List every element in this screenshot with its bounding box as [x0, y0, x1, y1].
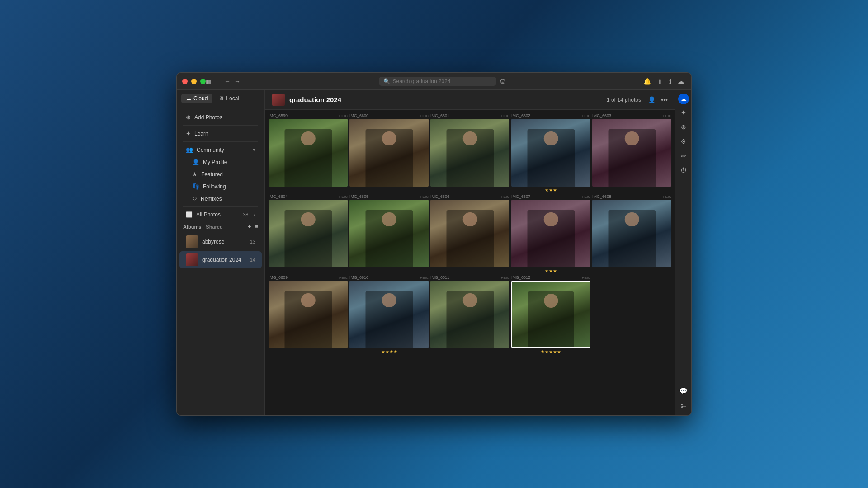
- share-icon[interactable]: ⬆: [657, 78, 663, 85]
- search-input[interactable]: [393, 78, 492, 84]
- maximize-button[interactable]: [200, 79, 206, 84]
- rt-enhance-icon[interactable]: ✦: [677, 106, 690, 119]
- close-button[interactable]: [182, 79, 188, 84]
- content-area: graduation 2024 1 of 14 photos: 👤 ••• IM…: [265, 90, 675, 415]
- format-6612: HEIC: [582, 276, 590, 280]
- sidebar-item-community[interactable]: 👥 Community ▾: [179, 144, 262, 155]
- graduation-name: graduation 2024: [202, 257, 241, 263]
- rt-tag-icon[interactable]: 🏷: [677, 399, 690, 412]
- photo-cell-img6600[interactable]: IMG_6600 HEIC: [349, 113, 429, 192]
- album-title: graduation 2024: [289, 96, 341, 103]
- nav-arrows: ← →: [224, 78, 241, 85]
- titlebar-icons: 🔔 ⬆ ℹ ☁: [643, 78, 684, 85]
- photo-img-6604: [269, 200, 348, 267]
- photo-img-6612: [511, 281, 590, 348]
- rt-clock-icon[interactable]: ⏱: [677, 164, 690, 177]
- divider-1: [183, 109, 258, 109]
- photo-cell-img6610[interactable]: IMG_6610 HEIC ★★★★: [349, 275, 429, 354]
- sidebar-item-add-photos[interactable]: ⊕ Add Photos: [179, 112, 262, 123]
- sidebar-item-my-profile[interactable]: 👤 My Profile: [179, 156, 262, 168]
- shared-label: Shared: [206, 224, 222, 230]
- filter-icon[interactable]: ⛁: [500, 78, 505, 85]
- sidebar-item-all-photos[interactable]: ⬜ All Photos 38 ‹: [179, 209, 262, 220]
- photo-count: 1 of 14 photos:: [607, 97, 642, 103]
- photo-cell-img6606[interactable]: IMG_6606 HEIC: [430, 194, 509, 273]
- photo-cell-img6601[interactable]: IMG_6601 HEIC: [430, 113, 509, 192]
- add-album-icon[interactable]: +: [248, 223, 251, 230]
- rt-cloud-icon[interactable]: ☁: [678, 94, 689, 104]
- format-6605: HEIC: [420, 195, 429, 199]
- person-search-icon[interactable]: 👤: [648, 96, 656, 103]
- community-label: Community: [197, 147, 224, 153]
- photo-img-6599: [269, 119, 348, 187]
- filename-6599: IMG_6599: [269, 113, 288, 118]
- search-bar[interactable]: 🔍: [379, 77, 496, 86]
- abbyrose-name: abbyrose: [202, 239, 224, 245]
- filename-6611: IMG_6611: [430, 275, 449, 280]
- stars-6602: ★★★: [511, 188, 590, 192]
- following-icon: 👣: [192, 183, 199, 190]
- albums-label: Albums: [183, 224, 201, 230]
- rt-comment-icon[interactable]: 💬: [677, 385, 690, 397]
- format-6607: HEIC: [582, 195, 590, 199]
- photo-cell-img6611[interactable]: IMG_6611 HEIC: [430, 275, 509, 354]
- sort-albums-icon[interactable]: ≡: [255, 223, 258, 230]
- sidebar-item-graduation-2024[interactable]: graduation 2024 14: [179, 251, 262, 268]
- photo-cell-img6608[interactable]: IMG_6608 HEIC: [592, 194, 671, 273]
- photo-img-6600: [349, 119, 429, 187]
- featured-label: Featured: [201, 171, 223, 178]
- rt-settings-icon[interactable]: ⚙: [677, 135, 690, 148]
- photo-cell-img6599[interactable]: IMG_6599 HEIC: [269, 113, 348, 192]
- local-button[interactable]: 🖥 Local: [214, 94, 244, 103]
- back-button[interactable]: ←: [224, 78, 231, 85]
- photo-cell-img6609[interactable]: IMG_6609 HEIC: [269, 275, 348, 354]
- content-header-right: 1 of 14 photos: 👤 •••: [607, 96, 668, 103]
- photo-img-6605: [349, 200, 429, 267]
- photo-grid: IMG_6599 HEIC IMG_6600 HEIC: [265, 110, 675, 415]
- forward-button[interactable]: →: [234, 78, 241, 85]
- window-controls: [182, 79, 206, 84]
- photo-cell-img6607[interactable]: IMG_6607 HEIC ★★★: [511, 194, 590, 273]
- photo-cell-img6605[interactable]: IMG_6605 HEIC: [349, 194, 429, 273]
- sidebar-item-remixes[interactable]: ↻ Remixes: [179, 193, 262, 204]
- info-icon[interactable]: ℹ: [669, 78, 671, 85]
- photo-img-6603: [592, 119, 671, 187]
- profile-icon: 👤: [192, 159, 199, 165]
- sidebar-item-following[interactable]: 👣 Following: [179, 181, 262, 192]
- sidebar-toggle-icon[interactable]: ▦: [206, 78, 212, 85]
- sidebar-item-featured[interactable]: ★ Featured: [179, 169, 262, 180]
- photo-img-6606: [430, 200, 509, 267]
- main-area: ☁ Cloud 🖥 Local ⊕ Add Photos ✦ Learn: [177, 90, 691, 415]
- plus-icon: ⊕: [186, 114, 191, 121]
- sidebar-item-learn[interactable]: ✦ Learn: [179, 128, 262, 139]
- abbyrose-count: 13: [250, 239, 255, 244]
- all-photos-chevron: ‹: [254, 212, 255, 217]
- minimize-button[interactable]: [191, 79, 197, 84]
- filename-6607: IMG_6607: [511, 194, 530, 199]
- rt-edit-icon[interactable]: ✏: [677, 150, 690, 162]
- grid-row-1: IMG_6599 HEIC IMG_6600 HEIC: [269, 113, 671, 192]
- albums-actions: + ≡: [248, 223, 258, 230]
- photo-img-6602: [511, 119, 590, 187]
- sidebar-item-abbyrose[interactable]: abbyrose 13: [179, 233, 262, 250]
- all-photos-label: All Photos: [196, 211, 221, 218]
- cloud-button[interactable]: ☁ Cloud: [181, 94, 212, 103]
- more-options-icon[interactable]: •••: [661, 96, 668, 103]
- filename-6601: IMG_6601: [430, 113, 449, 118]
- photo-cell-img6603[interactable]: IMG_6603 HEIC: [592, 113, 671, 192]
- cloud-local-toggle: ☁ Cloud 🖥 Local: [177, 90, 264, 107]
- photo-img-6607: [511, 200, 590, 267]
- bell-icon[interactable]: 🔔: [643, 78, 651, 85]
- format-6599: HEIC: [339, 114, 348, 118]
- community-expand-icon: ▾: [253, 147, 255, 153]
- rt-crop-icon[interactable]: ⊕: [677, 121, 690, 133]
- remixes-icon: ↻: [192, 195, 197, 202]
- cloud-sync-icon[interactable]: ☁: [678, 78, 684, 85]
- all-photos-count: 38: [243, 212, 248, 217]
- photo-cell-img6604[interactable]: IMG_6604 HEIC: [269, 194, 348, 273]
- format-6601: HEIC: [501, 114, 509, 118]
- filename-6606: IMG_6606: [430, 194, 449, 199]
- photo-cell-img6612[interactable]: IMG_6612 HEIC ★★★★★: [511, 275, 590, 354]
- format-6610: HEIC: [420, 276, 429, 280]
- photo-cell-img6602[interactable]: IMG_6602 HEIC ★★★: [511, 113, 590, 192]
